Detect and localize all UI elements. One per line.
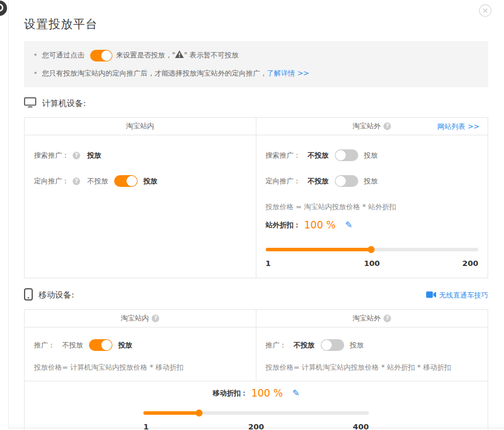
slider-min-label: 1 [266,259,271,268]
mobile-discount-area: 移动折扣： 100 % 1 200 400 [25,381,488,430]
wireless-tips-link[interactable]: 无线直通车技巧 [426,291,488,301]
slider-max-label: 200 [462,259,478,268]
mobile-discount-value: 100 % [251,387,283,399]
computer-onsite-header: 淘宝站内 [25,118,256,135]
slider-max-label: 400 [353,422,369,430]
mobile-panel-header: 淘宝站内 淘宝站外 [25,310,488,327]
on-state-label: 投放 [364,176,378,186]
slider-fill [266,248,372,251]
notice-text: " 表示暂不可投放 [184,51,238,59]
mobile-slider-labels: 1 200 400 [143,422,369,430]
learn-more-link[interactable]: 了解详情 >> [267,69,309,77]
computer-offsite-search-row: 搜索推广： 不投放 投放 [266,148,479,163]
computer-panel: 淘宝站内 淘宝站外 网站列表 >> 搜索推广： 投放 定向推广： 不投放 [24,117,488,278]
toggle-knob [335,150,346,161]
close-icon[interactable] [478,4,492,18]
targeted-promo-label: 定向推广： [266,176,301,186]
off-state-label: 不投放 [62,340,83,350]
site-list-link[interactable]: 网站列表 >> [437,121,479,131]
mobile-section-header: 移动设备: 无线直通车技巧 [24,288,488,302]
edit-pencil-icon[interactable] [292,388,300,398]
mobile-onsite-promo-toggle[interactable] [89,339,112,351]
toggle-knob [321,340,332,350]
off-state-label: 不投放 [308,151,329,161]
search-promo-label: 搜索推广： [34,151,69,161]
help-icon[interactable] [383,315,391,322]
notice-text: 来设置是否投放，" [116,51,176,59]
promo-label: 推广： [34,340,55,350]
offsite-discount-line: 站外折扣： 100 % [266,219,479,231]
mobile-onsite-formula: 投放价格= 计算机淘宝站内投放价格 * 移动折扣 [34,362,246,373]
computer-onsite-targeted-toggle[interactable] [114,175,138,187]
on-state-label: 投放 [350,340,364,350]
offsite-slider-labels: 1 100 200 [266,259,479,269]
mobile-offsite-promo-toggle[interactable] [321,339,344,351]
computer-panel-body: 搜索推广： 投放 定向推广： 不投放 投放 搜索推广： 不投放 投放 [25,135,488,278]
search-promo-value: 投放 [87,151,101,161]
mobile-discount-label: 移动折扣： [212,388,248,398]
on-state-label: 投放 [364,151,378,161]
offsite-price-formula: 投放价格 = 淘宝站内投放价格 * 站外折扣 [266,202,479,212]
example-toggle [90,50,112,62]
warning-triangle-icon [175,52,184,60]
computer-onsite-cell: 搜索推广： 投放 定向推广： 不投放 投放 [25,135,256,278]
slider-fill [143,411,199,415]
computer-offsite-header: 淘宝站外 网站列表 >> [256,118,488,135]
off-state-label: 不投放 [87,176,108,186]
help-icon[interactable] [152,315,159,322]
mobile-discount-slider[interactable] [143,407,369,419]
notice-text: 您可通过点击 [42,51,84,59]
header-label: 淘宝站外 [352,121,380,131]
edit-pencil-icon[interactable] [345,220,353,230]
slider-handle[interactable] [196,409,203,417]
on-state-label: 投放 [118,340,132,350]
bullet-dot [33,46,37,64]
slider-min-label: 1 [143,422,149,430]
offsite-discount-slider[interactable] [266,244,479,255]
header-label: 淘宝站内 [121,313,149,323]
corner-badge-icon [0,1,7,16]
computer-panel-header: 淘宝站内 淘宝站外 网站列表 >> [25,118,488,135]
toggle-knob [335,176,346,186]
slider-track[interactable] [143,411,369,415]
mobile-onsite-promo-row: 推广： 不投放 投放 [34,337,246,353]
notice-line-1: 您可通过点击 来设置是否投放，"" 表示暂不可投放 [33,46,479,64]
computer-offsite-targeted-toggle[interactable] [335,175,358,187]
mobile-section-title: 移动设备: [39,290,74,301]
off-state-label: 不投放 [308,176,329,186]
computer-onsite-targeted-row: 定向推广： 不投放 投放 [34,173,246,189]
slider-mid-label: 200 [248,422,264,430]
bullet-dot [33,64,37,82]
computer-onsite-search-row: 搜索推广： 投放 [34,148,246,163]
mobile-panel: 淘宝站内 淘宝站外 推广： 不投放 投放 投放价格= 计算机淘宝站内投放价格 *… [24,309,488,430]
mobile-offsite-promo-row: 推广： 不投放 投放 [266,337,479,353]
toggle-knob [126,176,137,186]
targeted-promo-label: 定向推广： [34,176,69,186]
wireless-tips-label: 无线直通车技巧 [439,291,488,301]
toggle-knob [101,50,112,61]
help-icon[interactable] [383,122,391,130]
notice-box: 您可通过点击 来设置是否投放，"" 表示暂不可投放 您只有投放淘宝站内的定向推广… [24,41,488,87]
header-label: 淘宝站内 [126,121,154,131]
mobile-panel-body: 推广： 不投放 投放 投放价格= 计算机淘宝站内投放价格 * 移动折扣 推广： … [25,327,488,381]
slider-handle[interactable] [368,246,375,253]
computer-offsite-cell: 搜索推广： 不投放 投放 定向推广： 不投放 投放 投放价格 = 淘宝站内投放价… [256,135,488,278]
mobile-slider-wrap: 1 200 400 [143,407,369,430]
mobile-offsite-header: 淘宝站外 [256,310,488,327]
computer-section-title: 计算机设备: [42,98,86,109]
notice-line-2: 您只有投放淘宝站内的定向推广后，才能选择投放淘宝站外的定向推广，了解详情 >> [33,64,479,82]
mobile-offsite-formula: 投放价格= 计算机淘宝站内投放价格 * 站外折扣 * 移动折扣 [266,362,479,373]
off-state-label: 不投放 [294,340,315,350]
video-camera-icon [426,291,436,300]
promo-label: 推广： [266,340,287,350]
offsite-discount-label: 站外折扣： [266,220,301,230]
help-icon[interactable] [73,152,80,159]
set-platform-dialog: 设置投放平台 您可通过点击 来设置是否投放，"" 表示暂不可投放 您只有投放淘宝… [8,0,504,428]
help-icon[interactable] [73,178,80,185]
header-label: 淘宝站外 [352,313,380,323]
computer-section-header: 计算机设备: [24,97,488,110]
computer-offsite-search-toggle[interactable] [335,149,358,161]
notice-text: 您只有投放淘宝站内的定向推广后，才能选择投放淘宝站外的定向推广， [42,69,267,77]
slider-mid-label: 100 [364,259,380,268]
mobile-discount-line: 移动折扣： 100 % [34,387,478,399]
